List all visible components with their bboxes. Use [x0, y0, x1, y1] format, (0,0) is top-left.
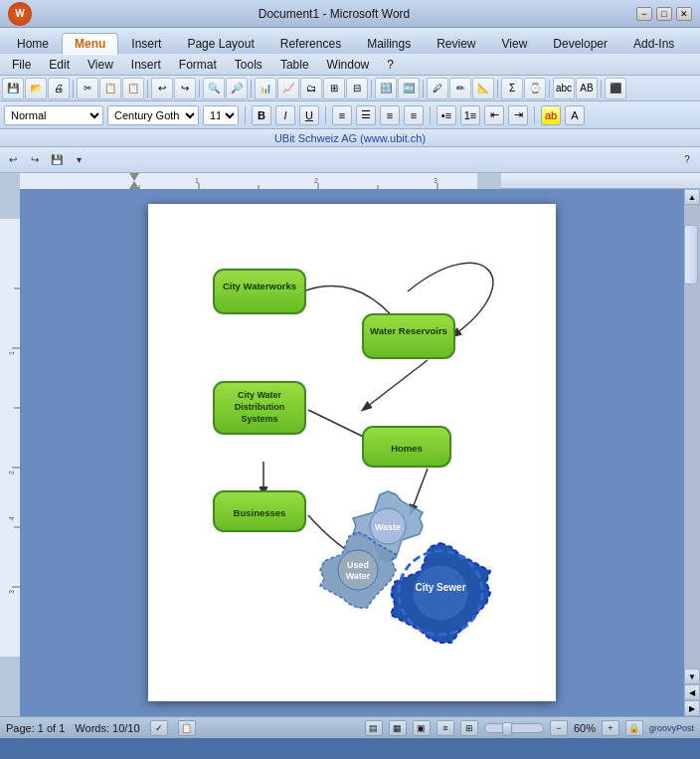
- toolbar-button[interactable]: Σ: [501, 78, 523, 99]
- toolbar-button[interactable]: 🖊: [427, 78, 448, 99]
- toolbar-button[interactable]: abc: [553, 78, 575, 99]
- decrease-indent-button[interactable]: ⇤: [484, 105, 504, 125]
- toolbar-button[interactable]: ⌚: [524, 78, 546, 99]
- toolbar-button[interactable]: 📋: [99, 78, 121, 99]
- toolbar-button[interactable]: 💾: [2, 78, 24, 99]
- toolbar-button[interactable]: 📐: [472, 78, 494, 99]
- track-changes-button[interactable]: 📋: [178, 720, 196, 736]
- vertical-scrollbar[interactable]: ▲ ▼ ◀ ▶: [684, 189, 700, 716]
- scroll-prev-page-button[interactable]: ◀: [684, 684, 700, 700]
- svg-rect-2: [477, 173, 501, 189]
- print-layout-button[interactable]: ▤: [365, 720, 383, 736]
- text-color-button[interactable]: A: [565, 105, 585, 125]
- scroll-track[interactable]: [684, 205, 700, 668]
- full-reading-button[interactable]: ▦: [389, 720, 407, 736]
- menu-[interactable]: ?: [379, 56, 402, 74]
- qat-help-button[interactable]: ?: [678, 151, 696, 169]
- spellcheck-button[interactable]: ✓: [150, 720, 168, 736]
- tab-menu[interactable]: Menu: [62, 33, 118, 55]
- scroll-up-button[interactable]: ▲: [684, 189, 700, 205]
- tab-home[interactable]: Home: [4, 32, 62, 54]
- align-left-button[interactable]: ≡: [332, 105, 352, 125]
- security-button[interactable]: 🔒: [625, 720, 643, 736]
- outline-view-button[interactable]: ≡: [437, 720, 454, 736]
- toolbar-button[interactable]: ↪: [174, 78, 196, 99]
- align-center-button[interactable]: ☰: [356, 105, 376, 125]
- toolbar-button[interactable]: ⊞: [323, 78, 345, 99]
- tab-view[interactable]: View: [489, 32, 541, 54]
- zoom-out-button[interactable]: −: [550, 720, 568, 736]
- tab-mailings[interactable]: Mailings: [354, 32, 424, 54]
- bold-button[interactable]: B: [252, 105, 271, 125]
- font-selector[interactable]: Century Goth Arial Times New Roman: [107, 105, 199, 125]
- formatting-bar: Normal Heading 1 Heading 2 Century Goth …: [0, 101, 700, 129]
- window-title: Document1 - Microsoft Word: [32, 7, 636, 21]
- numbered-list-button[interactable]: 1≡: [460, 105, 480, 125]
- web-layout-button[interactable]: ▣: [413, 720, 431, 736]
- toolbar-button[interactable]: 📂: [25, 78, 47, 99]
- zoom-slider[interactable]: [484, 723, 544, 733]
- scroll-next-page-button[interactable]: ▶: [684, 700, 700, 716]
- toolbar-separator: [423, 80, 424, 97]
- toolbar-button[interactable]: 🔍: [203, 78, 225, 99]
- close-button[interactable]: ✕: [676, 7, 692, 21]
- toolbar-button[interactable]: 📊: [255, 78, 276, 99]
- scroll-thumb[interactable]: [684, 225, 698, 285]
- menu-tools[interactable]: Tools: [227, 56, 270, 74]
- toolbar-button[interactable]: ✏: [449, 78, 471, 99]
- increase-indent-button[interactable]: ⇥: [508, 105, 528, 125]
- toolbar-button[interactable]: 📋: [122, 78, 144, 99]
- toolbar-separator: [497, 80, 498, 97]
- tab-insert[interactable]: Insert: [118, 32, 174, 54]
- italic-button[interactable]: I: [275, 105, 295, 125]
- toolbar-button[interactable]: 🖨: [48, 78, 70, 99]
- minimize-button[interactable]: −: [636, 7, 652, 21]
- toolbar-button[interactable]: ⊟: [346, 78, 368, 99]
- zoom-in-button[interactable]: +: [602, 720, 619, 736]
- tab-addins[interactable]: Add-Ins: [620, 32, 687, 54]
- toolbar-button[interactable]: ✂: [77, 78, 98, 99]
- svg-text:City Waterworks: City Waterworks: [223, 281, 296, 291]
- toolbar-button[interactable]: AB: [576, 78, 598, 99]
- tab-references[interactable]: References: [267, 32, 354, 54]
- menu-edit[interactable]: Edit: [41, 56, 78, 74]
- underline-button[interactable]: U: [299, 105, 319, 125]
- menu-table[interactable]: Table: [272, 56, 317, 74]
- toolbar-separator: [147, 80, 148, 97]
- menu-format[interactable]: Format: [171, 56, 225, 74]
- diagram-svg: City Waterworks Water Reservoirs City Wa…: [164, 220, 542, 677]
- draft-view-button[interactable]: ⊞: [460, 720, 478, 736]
- qat-redo-button[interactable]: ↪: [26, 151, 44, 169]
- menu-view[interactable]: View: [80, 56, 121, 74]
- menu-window[interactable]: Window: [319, 56, 378, 74]
- ruler-svg: 1 2 3: [0, 173, 700, 189]
- tab-pagelayout[interactable]: Page Layout: [174, 32, 266, 54]
- bullet-list-button[interactable]: •≡: [437, 105, 456, 125]
- toolbar-button[interactable]: 🔎: [226, 78, 248, 99]
- tab-developer[interactable]: Developer: [540, 32, 620, 54]
- justify-button[interactable]: ≡: [404, 105, 424, 125]
- maximize-button[interactable]: □: [656, 7, 672, 21]
- menu-file[interactable]: File: [4, 56, 39, 74]
- zoom-thumb[interactable]: [502, 722, 512, 736]
- toolbar-button[interactable]: 🔡: [375, 78, 397, 99]
- menu-insert[interactable]: Insert: [123, 56, 169, 74]
- toolbar-separator: [73, 80, 74, 97]
- align-right-button[interactable]: ≡: [380, 105, 400, 125]
- toolbar-button[interactable]: 🗂: [300, 78, 322, 99]
- separator4: [534, 106, 535, 124]
- font-size-selector[interactable]: 11 12 14: [203, 105, 239, 125]
- qat-undo-button[interactable]: ↩: [4, 151, 22, 169]
- toolbar-button[interactable]: 📈: [277, 78, 299, 99]
- city-sewer-gear: City Sewer: [391, 543, 490, 643]
- office-button[interactable]: W: [8, 2, 32, 26]
- qat-save-button[interactable]: 💾: [48, 151, 66, 169]
- highlight-button[interactable]: ab: [541, 105, 561, 125]
- tab-review[interactable]: Review: [424, 32, 488, 54]
- toolbar-button[interactable]: 🔤: [398, 78, 420, 99]
- style-selector[interactable]: Normal Heading 1 Heading 2: [4, 105, 103, 125]
- toolbar-button[interactable]: ↩: [151, 78, 173, 99]
- toolbar-button[interactable]: ⬛: [605, 78, 626, 99]
- qat-expand-button[interactable]: ▾: [70, 151, 88, 169]
- scroll-down-button[interactable]: ▼: [684, 668, 700, 684]
